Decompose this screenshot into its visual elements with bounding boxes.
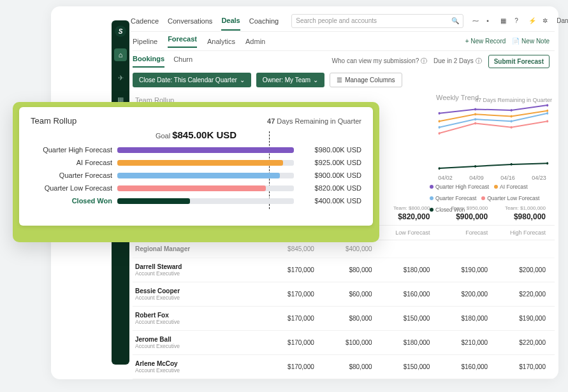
bar-track [117,185,294,191]
svg-point-16 [439,167,441,170]
activity-icon[interactable]: ⁓ [472,17,480,25]
submit-forecast-button[interactable]: Submit Forecast [488,55,550,68]
svg-point-1 [474,108,476,110]
app-logo[interactable]: S [115,25,126,37]
svg-point-0 [439,112,441,115]
bar-label: Quarter Low Forecast [31,184,112,192]
svg-point-7 [546,110,548,112]
rocket-icon[interactable]: ✈ [115,73,126,83]
table-row[interactable]: Darrell StewardAccount Executive$170,000… [133,258,555,282]
bar-track [117,160,294,166]
svg-point-19 [546,162,548,164]
table-row[interactable]: Robert FoxAccount Executive$170,000$80,0… [133,307,555,331]
user-menu[interactable]: Daniel⌄ [557,17,568,24]
rollup-bar-row: AI Forecast$925.00K USD [31,157,361,168]
top-nav: Cadence Conversations Deals Coaching Sea… [131,10,555,32]
chart-x-axis: 04/0204/0904/1604/23 [430,175,555,181]
chat-icon[interactable]: ▪ [486,17,494,25]
chevron-down-icon: ⌄ [313,76,318,83]
view-question[interactable]: Who can view my submission? ⓘ [332,57,428,66]
svg-point-4 [439,120,441,122]
legend-item: Quarter High Forecast [430,184,489,190]
bolt-icon[interactable]: ⚡ [528,17,536,25]
filter-close-date[interactable]: Close Date: This Calendar Quarter ⌄ [133,73,251,87]
bar-label: Closed Won [31,197,112,205]
team-rollup-highlight: Team Rollup 47 Days Remaining in Quarter… [13,102,379,242]
tab-deals[interactable]: Deals [221,11,240,31]
table-row-manager: Regional Manager $845,000 $400,000 [133,240,555,258]
bar-value: $400.00K USD [299,197,361,205]
new-record-link[interactable]: + New Record [465,38,506,45]
help-icon[interactable]: ? [514,17,522,25]
svg-point-3 [546,104,548,106]
tab-analytics[interactable]: Analytics [207,38,235,45]
row-name: Darrell Steward [135,263,263,270]
bar-value: $925.00K USD [299,159,361,166]
row-name: Bessie Cooper [135,287,263,294]
tertiary-nav: Bookings Churn Who can view my submissio… [133,52,555,70]
bar-value: $980.00K USD [299,146,361,154]
row-role: Account Executive [135,270,263,277]
search-placeholder: Search people and accounts [296,17,377,24]
bar-label: Quarter Forecast [31,171,112,179]
tab-churn[interactable]: Churn [173,55,193,67]
tab-admin[interactable]: Admin [245,38,265,45]
tab-coaching[interactable]: Coaching [249,12,279,30]
days-remaining: 47 Days Remaining in Quarter [267,117,361,125]
legend-item: Quarter Low Forecast [481,195,539,201]
top-right: ⁓ ▪ ▦ ? ⚡ ✲ Daniel⌄ + ➤ [472,15,568,27]
col-low-forecast: Team: $800,000$820,000 [379,205,437,221]
team-rollup-card: Team Rollup 47 Days Remaining in Quarter… [19,107,373,226]
bar-label: Quarter High Forecast [31,146,112,154]
legend-item: Quarter Forecast [430,195,476,201]
gear-icon[interactable]: ✲ [543,17,550,25]
svg-point-9 [474,118,476,120]
bar-value: $900.00K USD [299,171,361,179]
table-row[interactable]: Jerome BallAccount Executive$170,000$100… [133,331,555,355]
rollup-bars: Quarter High Forecast$980.00K USDAI Fore… [31,144,361,207]
sub-nav: Pipeline Forecast Analytics Admin + New … [133,32,555,51]
weekly-trend-title: Weekly Trend [436,94,479,101]
svg-point-5 [474,113,476,115]
new-note-link[interactable]: 📄 New Note [512,38,550,45]
svg-point-15 [546,120,548,122]
rollup-bar-row: Quarter High Forecast$980.00K USD [31,144,361,156]
row-name: Arlene McCoy [135,360,263,367]
bar-track [117,147,294,153]
goal-line [269,131,270,209]
svg-point-10 [511,120,513,122]
row-role: Account Executive [135,319,263,325]
tab-pipeline[interactable]: Pipeline [133,38,157,45]
svg-point-18 [511,163,513,166]
svg-point-6 [511,115,513,117]
bar-value: $820.00K USD [299,184,361,192]
calendar-icon[interactable]: ▦ [500,17,508,25]
tab-bookings[interactable]: Bookings [133,55,164,68]
tab-conversations[interactable]: Conversations [168,12,212,30]
goal-label: Goal $845.00K USD [31,129,361,140]
bar-track [117,198,294,204]
col-forecast: Team: $950,000$900,000 [436,205,494,221]
chevron-down-icon: ⌄ [240,76,245,83]
filter-bar: Close Date: This Calendar Quarter ⌄ Owne… [133,73,402,87]
rollup-bar-row: Quarter Low Forecast$820.00K USD [31,182,361,194]
table-row[interactable]: Arlene McCoyAccount Executive$170,000$80… [133,355,555,379]
tab-forecast[interactable]: Forecast [168,35,197,48]
search-input[interactable]: Search people and accounts 🔍 [291,14,463,28]
filter-owner[interactable]: Owner: My Team ⌄ [256,73,324,87]
rollup-bar-row: Quarter Forecast$900.00K USD [31,170,361,181]
row-name: Jerome Ball [135,336,263,343]
table-row[interactable]: Bessie CooperAccount Executive$170,000$6… [133,282,555,307]
svg-point-2 [511,109,513,112]
svg-point-8 [439,126,441,129]
rollup-bar-row: Closed Won$400.00K USD [31,195,361,207]
row-role: Account Executive [135,343,263,349]
manage-columns-button[interactable]: ☰ Manage Columns [330,73,402,87]
svg-point-12 [439,132,441,134]
tab-cadence[interactable]: Cadence [131,12,159,30]
due-text: Due in 2 Days ⓘ [433,57,482,66]
row-role: Account Executive [135,367,263,374]
search-icon: 🔍 [451,17,459,24]
row-role: Account Executive [135,294,263,301]
home-icon[interactable]: ⌂ [114,48,127,61]
